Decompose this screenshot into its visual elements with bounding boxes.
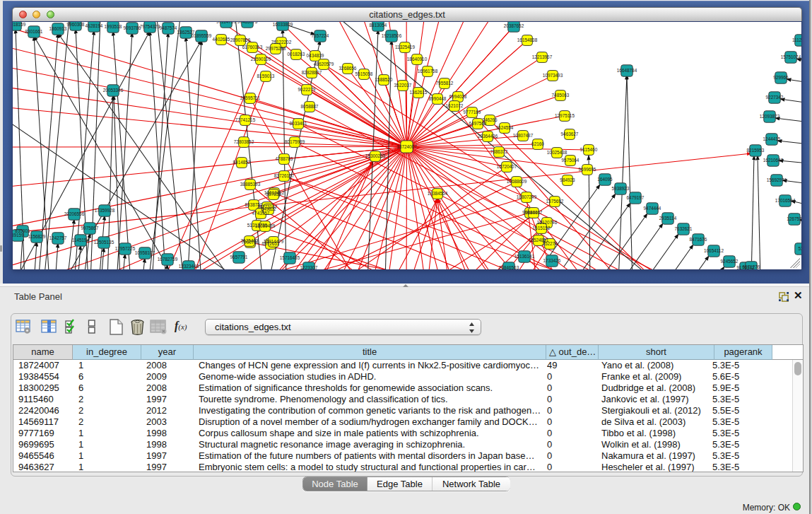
svg-text:28907866: 28907866 [230,37,251,42]
svg-text:10973493: 10973493 [543,73,563,78]
svg-text:1588520: 1588520 [375,77,393,82]
svg-text:7632621: 7632621 [675,226,693,231]
svg-text:4402685: 4402685 [213,37,230,42]
svg-text:9975867: 9975867 [81,226,99,230]
svg-text:79754323: 79754323 [140,24,160,29]
svg-text:6497568: 6497568 [469,121,487,126]
svg-text:12975115: 12975115 [555,113,575,118]
svg-text:549822: 549822 [261,206,276,211]
svg-text:6994028: 6994028 [449,94,467,99]
svg-text:6671276: 6671276 [743,264,760,269]
svg-text:3522037: 3522037 [394,83,412,88]
svg-text:82828807: 82828807 [302,70,322,75]
svg-text:8215953: 8215953 [747,148,765,153]
svg-text:3624554: 3624554 [496,125,514,130]
svg-text:3268656: 3268656 [339,66,357,71]
svg-text:16099489: 16099489 [255,223,276,228]
svg-text:18724007: 18724007 [396,144,417,149]
svg-text:2935114: 2935114 [659,216,677,221]
svg-text:9699695: 9699695 [579,167,596,172]
svg-text:1993518: 1993518 [105,24,122,29]
svg-text:15720407: 15720407 [497,164,517,169]
svg-text:1223307: 1223307 [300,265,318,269]
svg-text:62160: 62160 [531,141,544,146]
svg-text:21590109: 21590109 [251,57,271,62]
svg-text:9777169: 9777169 [464,110,481,115]
svg-text:8159013: 8159013 [257,74,275,78]
svg-text:1362615: 1362615 [410,90,428,95]
svg-text:15136141: 15136141 [514,254,535,259]
svg-text:61760313: 61760313 [242,45,263,49]
svg-text:24595711: 24595711 [240,95,260,100]
svg-text:0018263: 0018263 [288,52,305,57]
svg-text:9022279: 9022279 [298,87,316,92]
svg-text:16120746: 16120746 [537,220,558,225]
svg-text:20206556: 20206556 [64,211,85,216]
svg-text:7955812: 7955812 [436,81,454,86]
svg-text:8471676: 8471676 [690,237,707,242]
svg-text:16914479: 16914479 [264,239,284,244]
svg-text:76122202: 76122202 [271,40,292,45]
svg-text:48620579: 48620579 [314,62,334,66]
svg-text:252274: 252274 [542,241,558,246]
svg-text:1733426: 1733426 [543,258,561,263]
svg-text:4743957: 4743957 [252,211,270,216]
svg-text:9245652: 9245652 [721,259,739,264]
svg-text:1145194: 1145194 [72,238,90,243]
svg-text:8414852: 8414852 [233,160,251,165]
svg-text:10958107: 10958107 [135,250,155,255]
svg-text:16033809: 16033809 [273,22,293,27]
svg-text:126753: 126753 [787,216,801,221]
svg-text:7386372: 7386372 [490,149,508,154]
svg-text:29975288: 29975288 [266,46,286,51]
svg-text:9960308: 9960308 [67,22,85,27]
svg-text:12505135: 12505135 [94,240,114,245]
svg-text:16648784: 16648784 [617,68,637,73]
svg-text:17359928: 17359928 [95,208,115,213]
svg-text:9463627: 9463627 [561,132,579,136]
svg-text:1244415: 1244415 [763,136,781,141]
svg-text:9093786: 9093786 [124,25,141,30]
svg-text:20387652: 20387652 [504,23,524,28]
svg-text:15300235: 15300235 [365,153,386,158]
svg-text:1112843: 1112843 [792,37,801,42]
svg-text:18640910: 18640910 [407,57,428,62]
svg-text:8813054: 8813054 [370,23,387,28]
svg-text:19384554: 19384554 [428,191,448,196]
svg-text:8033401: 8033401 [290,121,307,126]
svg-text:1615152: 1615152 [533,226,551,230]
svg-text:15692971: 15692971 [767,177,787,182]
svg-text:11325419: 11325419 [395,45,415,49]
svg-text:1156829: 1156829 [28,234,46,239]
svg-text:587833: 587833 [266,192,281,197]
svg-text:16782759: 16782759 [158,257,178,262]
svg-text:20053346: 20053346 [103,88,124,93]
svg-text:9657791: 9657791 [230,255,248,259]
svg-text:5938923: 5938923 [612,186,630,191]
svg-text:19218506: 19218506 [382,33,402,38]
svg-text:164095: 164095 [597,177,613,182]
svg-text:9227342: 9227342 [766,95,784,100]
svg-text:53: 53 [798,246,801,251]
svg-text:16210643: 16210643 [763,158,784,163]
svg-text:01895559: 01895559 [192,33,212,38]
svg-text:20364436: 20364436 [478,134,498,139]
svg-text:26846563: 26846563 [499,265,519,269]
svg-text:7625402: 7625402 [241,238,259,243]
svg-text:18807249: 18807249 [517,194,537,199]
svg-text:97114710: 97114710 [216,22,236,24]
svg-text:9084067: 9084067 [525,210,543,215]
svg-text:1242757: 1242757 [49,235,67,240]
svg-text:6479197: 6479197 [627,195,645,200]
svg-text:17957225: 17957225 [115,246,136,251]
svg-text:7357224: 7357224 [312,33,329,38]
svg-text:72803852: 72803852 [234,139,254,144]
svg-text:12093872: 12093872 [760,114,780,119]
svg-text:10025438: 10025438 [547,150,567,155]
svg-text:10654112: 10654112 [704,248,724,253]
svg-text:984923: 984923 [560,177,575,182]
svg-text:12323448: 12323448 [179,264,199,269]
svg-text:8990448: 8990448 [429,96,447,101]
svg-text:9115460: 9115460 [580,147,598,152]
svg-text:15716485: 15716485 [280,255,300,260]
